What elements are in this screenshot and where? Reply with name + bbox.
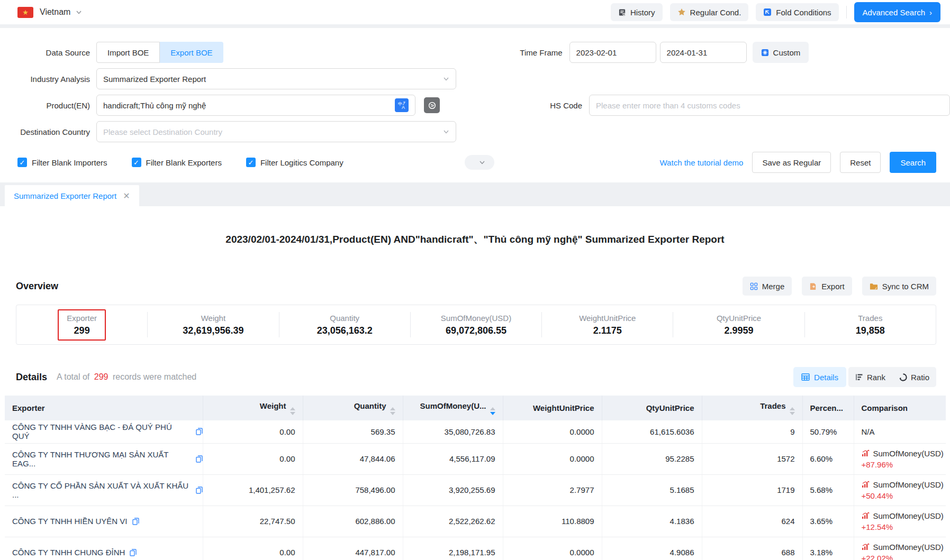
cell-comparison: SumOfMoney(USD) +22.02% [854,537,946,560]
exporter-name[interactable]: CÔNG TY TNHH HIỀN UYÊN VI [12,517,128,526]
topbar: ★ Vietnam History Regular Cond. Fold Con… [0,0,950,24]
stat-label: Trades [858,314,882,323]
country-selector-label[interactable]: Vietnam [40,7,70,17]
advanced-search-label: Advanced Search [863,8,925,17]
view-ratio-label: Ratio [911,373,929,382]
cell-wup: 2.7977 [503,474,602,506]
search-button[interactable]: Search [890,152,936,173]
view-details-button[interactable]: Details [793,367,846,387]
col-percent[interactable]: Percen... [802,396,854,420]
sort-icon[interactable] [390,407,395,415]
regular-cond-button[interactable]: Regular Cond. [670,3,749,21]
view-toggle-group: Rank Ratio [848,367,936,387]
industry-analysis-label: Industry Analysis [0,75,90,84]
fold-conditions-button[interactable]: Fold Conditions [756,3,838,21]
chart-up-icon [862,543,870,550]
copy-icon[interactable] [196,486,203,494]
sort-icon[interactable] [790,407,795,415]
translate-icon[interactable]: 中A [395,98,409,112]
vietnam-flag-icon: ★ [17,7,33,18]
table-row[interactable]: CÔNG TY TNHH VÀNG BẠC - ĐÁ QUÝ PHÚ QUÝ 0… [5,420,946,443]
date-from-field[interactable] [569,42,656,63]
product-en-field[interactable]: 中A [96,95,415,116]
col-sum-of-money[interactable]: SumOfMoney(U... [403,396,503,420]
copy-icon[interactable] [196,455,203,463]
copy-icon[interactable] [196,428,203,435]
col-qty-unit-price[interactable]: QtyUnitPrice [602,396,702,420]
exporter-name[interactable]: CÔNG TY TNHH THƯƠNG MẠI SẢN XUẤT EAG... [12,450,191,468]
col-comparison[interactable]: Comparison [854,396,946,420]
sort-icon-active-desc[interactable] [490,407,495,415]
save-as-regular-button[interactable]: Save as Regular [752,152,831,173]
hs-code-input[interactable] [596,101,943,110]
filter-blank-importers-checkbox[interactable]: ✓ Filter Blank Importers [17,158,107,167]
exporter-name[interactable]: CÔNG TY CỔ PHẦN SẢN XUẤT VÀ XUẤT KHẨU ..… [12,481,191,499]
stat-exporter: Exporter 299 [16,312,148,337]
comparison-metric: SumOfMoney(USD) [873,511,944,520]
copy-icon[interactable] [130,549,137,556]
col-exporter[interactable]: Exporter [5,396,203,420]
filter-blank-exporters-checkbox[interactable]: ✓ Filter Blank Exporters [132,158,222,167]
merge-button[interactable]: Merge [743,277,792,296]
advanced-search-button[interactable]: Advanced Search › [854,2,940,22]
cell-wup: 0.0000 [503,420,602,443]
table-header-row: Exporter Weight Quantity SumOfMoney(U...… [5,396,946,420]
checkbox-checked-icon: ✓ [17,158,27,167]
comparison-change: +12.54% [862,522,946,531]
form-actions: Watch the tutorial demo Save as Regular … [660,152,936,173]
tab-summarized-exporter-report[interactable]: Summarized Exporter Report ✕ [5,185,139,206]
table-row[interactable]: CÔNG TY CỔ PHẦN SẢN XUẤT VÀ XUẤT KHẨU ..… [5,474,946,506]
stat-label: WeightUnitPrice [579,314,636,323]
form-row-product: Product(EN) 中A HS Code [0,95,950,116]
close-icon[interactable]: ✕ [123,191,130,201]
hs-code-label: HS Code [491,101,582,110]
merge-icon [750,282,758,290]
industry-analysis-select[interactable]: Summarized Exporter Report [96,68,456,89]
hs-code-field[interactable] [589,95,950,116]
checkbox-checked-icon: ✓ [246,158,256,167]
exporter-name[interactable]: CÔNG TY TNHH CHUNG ĐỈNH [12,548,125,557]
view-toggle: Details Rank Ratio [793,367,936,387]
table-row[interactable]: CÔNG TY TNHH HIỀN UYÊN VI 22,747.50 602,… [5,506,946,537]
overview-heading: Overview [16,281,58,292]
date-to-field[interactable] [660,42,747,63]
col-weight[interactable]: Weight [203,396,303,420]
sort-icon[interactable] [290,407,295,415]
copy-icon[interactable] [132,518,139,525]
exporter-name[interactable]: CÔNG TY TNHH VÀNG BẠC - ĐÁ QUÝ PHÚ QUÝ [12,423,191,440]
stat-value: 32,619,956.39 [183,325,243,336]
form-row-industry: Industry Analysis Summarized Exporter Re… [0,68,950,89]
hs-code-group: HS Code [491,95,950,116]
cell-qup: 61,615.6036 [602,420,702,443]
col-trades[interactable]: Trades [702,396,802,420]
view-rank-button[interactable]: Rank [848,367,892,387]
export-boe-button[interactable]: Export BOE [160,42,223,63]
matched-prefix: A total of [57,372,89,381]
chevron-down-icon[interactable] [76,9,82,15]
filter-logitics-company-checkbox[interactable]: ✓ Filter Logitics Company [246,158,343,167]
product-en-input[interactable] [103,101,395,110]
destination-country-select[interactable]: Please select Destination Country [96,121,456,142]
export-button[interactable]: Export [802,277,852,296]
topbar-actions: History Regular Cond. Fold Conditions Ad… [611,2,940,22]
history-button[interactable]: History [611,3,663,21]
col-quantity[interactable]: Quantity [303,396,403,420]
table-row[interactable]: CÔNG TY TNHH THƯƠNG MẠI SẢN XUẤT EAG... … [5,443,946,474]
tab-label: Summarized Exporter Report [14,191,116,200]
comparison-change: +50.44% [862,491,946,500]
cell-quantity: 447,817.00 [303,537,403,560]
table-row[interactable]: CÔNG TY TNHH CHUNG ĐỈNH 0.00 447,817.00 … [5,537,946,560]
col-weight-unit-price[interactable]: WeightUnitPrice [503,396,602,420]
collapse-conditions-button[interactable] [465,155,494,170]
fuzzy-match-icon[interactable] [424,97,440,113]
comparison-metric: SumOfMoney(USD) [873,480,944,489]
cell-sum: 2,522,262.62 [403,506,503,537]
arrow-right-icon: › [929,8,932,17]
sync-to-crm-button[interactable]: Sync to CRM [862,277,936,296]
tutorial-demo-link[interactable]: Watch the tutorial demo [660,158,744,167]
view-ratio-button[interactable]: Ratio [892,367,936,387]
reset-button[interactable]: Reset [840,152,881,173]
import-boe-button[interactable]: Import BOE [96,42,160,63]
custom-range-button[interactable]: Custom [753,42,809,63]
cell-comparison: N/A [854,420,946,443]
